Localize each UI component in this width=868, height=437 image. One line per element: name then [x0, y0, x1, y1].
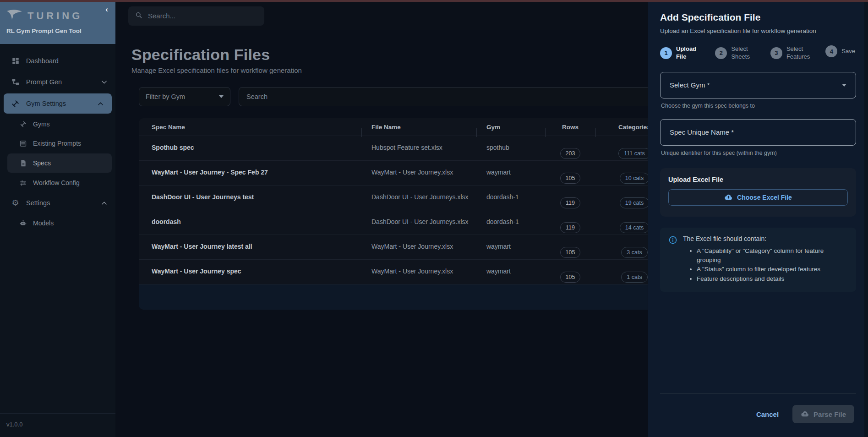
cell-spec-name: WayMart - User Journey latest all — [139, 235, 361, 259]
sidebar-item-label: Settings — [26, 199, 50, 207]
rows-badge: 105 — [560, 272, 581, 283]
sidebar-item-gyms[interactable]: Gyms — [0, 115, 115, 134]
step-number: 2 — [715, 47, 727, 59]
sidebar-nav: Dashboard Prompt Gen Gym Settings — [0, 44, 115, 233]
sidebar-header: ‹ TURING RL Gym Prompt Gen Tool — [0, 0, 115, 44]
sidebar-item-label: Prompt Gen — [26, 78, 62, 86]
step-label: Save — [841, 48, 855, 55]
sidebar-item-label: Gym Settings — [26, 100, 66, 107]
dumbbell-icon — [11, 99, 20, 108]
chevron-up-icon — [98, 102, 104, 106]
panel-title: Add Specification File — [660, 12, 856, 23]
categories-badge: 3 cats — [621, 247, 647, 258]
top-accent-strip — [0, 0, 868, 2]
step-label: Select Sheets — [731, 45, 759, 61]
sidebar-item-workflow-config[interactable]: Workflow Config — [0, 173, 115, 192]
parse-file-button[interactable]: Parse File — [792, 405, 854, 423]
chevron-down-icon — [842, 84, 846, 87]
categories-badge: 14 cats — [620, 222, 649, 233]
info-bullet: A "Status" column to filter developed fe… — [697, 265, 848, 274]
chevron-up-icon — [101, 201, 107, 205]
categories-badge: 1 cats — [621, 272, 647, 283]
sidebar-item-gym-settings[interactable]: Gym Settings — [4, 93, 112, 114]
step-number: 1 — [660, 47, 672, 59]
filter-by-gym-select[interactable]: Filter by Gym — [139, 87, 230, 106]
turing-swoosh-icon — [6, 9, 23, 23]
cell-spec-name: WayMart - User Journey - Spec Feb 27 — [139, 161, 361, 185]
global-search-input[interactable] — [148, 12, 258, 20]
cell-file-name: Hubspot Feature set.xlsx — [361, 136, 476, 160]
categories-badge: 111 cats — [618, 148, 650, 159]
rows-badge: 105 — [560, 173, 581, 184]
sidebar-item-existing-prompts[interactable]: Existing Prompts — [0, 134, 115, 153]
rows-badge: 119 — [560, 222, 580, 233]
add-specification-panel: Add Specification File Upload an Excel s… — [648, 2, 868, 437]
spec-unique-name-input[interactable] — [663, 128, 853, 136]
cloud-upload-icon — [724, 193, 733, 202]
upload-card: Upload Excel File Choose Excel File — [660, 168, 856, 217]
cell-gym: spothub — [476, 136, 545, 160]
search-icon — [135, 11, 143, 21]
step-select-sheets: 2 Select Sheets — [715, 45, 759, 61]
spec-unique-name-field[interactable] — [660, 119, 856, 146]
scrollbar-track[interactable] — [864, 2, 868, 437]
choose-excel-file-label: Choose Excel File — [737, 194, 792, 201]
header-file-name: File Name — [361, 124, 476, 131]
step-upload-file: 1 Upload File — [660, 45, 704, 61]
logo: TURING — [6, 9, 109, 23]
step-save: 4 Save — [825, 45, 855, 57]
cell-spec-name: doordash — [139, 210, 361, 235]
app-version: v1.0.0 — [0, 413, 115, 437]
sidebar-item-label: Models — [33, 219, 54, 227]
dumbbell-icon — [19, 120, 27, 128]
document-icon — [19, 159, 27, 167]
cancel-button[interactable]: Cancel — [756, 410, 779, 418]
info-title: The Excel file should contain: — [683, 235, 848, 242]
categories-badge: 10 cats — [620, 173, 649, 184]
select-gym-dropdown[interactable]: Select Gym * — [660, 72, 856, 98]
choose-excel-file-button[interactable]: Choose Excel File — [668, 189, 848, 206]
cell-gym: waymart — [476, 161, 545, 185]
sidebar-item-prompt-gen[interactable]: Prompt Gen — [0, 71, 115, 93]
chevron-down-icon — [219, 95, 224, 98]
chevron-down-icon — [101, 80, 107, 84]
logo-wordmark: TURING — [27, 10, 82, 22]
header-rows: Rows — [545, 124, 595, 131]
sidebar-item-dashboard[interactable]: Dashboard — [0, 50, 115, 71]
cell-gym: waymart — [476, 235, 545, 259]
sidebar-collapse-button[interactable]: ‹ — [103, 4, 111, 15]
info-bullet: A "Capability" or "Category" column for … — [697, 246, 848, 265]
cell-gym: waymart — [476, 260, 545, 284]
sidebar-item-label: Workflow Config — [33, 179, 80, 186]
categories-badge: 19 cats — [620, 197, 649, 208]
robot-icon — [19, 219, 27, 227]
app-window: ‹ TURING RL Gym Prompt Gen Tool Dashboar… — [0, 0, 868, 437]
panel-footer: Cancel Parse File — [660, 394, 856, 437]
cloud-upload-icon — [801, 410, 809, 418]
step-label: Upload File — [676, 45, 704, 61]
info-icon — [668, 235, 677, 284]
step-label: Select Features — [786, 45, 815, 61]
step-number: 3 — [770, 47, 782, 59]
cell-spec-name: WayMart - User Journey spec — [139, 260, 361, 284]
cell-spec-name: DashDoor UI - User Journeys test — [139, 186, 361, 210]
rows-badge: 119 — [560, 197, 580, 208]
cell-gym: doordash-1 — [476, 186, 545, 210]
global-search[interactable] — [128, 6, 264, 26]
cell-gym: doordash-1 — [476, 210, 545, 235]
flow-icon — [11, 78, 20, 87]
sidebar: ‹ TURING RL Gym Prompt Gen Tool Dashboar… — [0, 0, 115, 437]
step-number: 4 — [825, 45, 837, 57]
sidebar-item-specs[interactable]: Specs — [7, 153, 112, 173]
spec-unique-name-helper: Unique identifier for this spec (within … — [661, 150, 856, 156]
select-gym-label: Select Gym * — [670, 81, 710, 89]
excel-info-box: The Excel file should contain: A "Capabi… — [660, 228, 856, 292]
rows-badge: 203 — [560, 148, 581, 159]
gear-icon: ⚙ — [11, 199, 20, 208]
select-gym-helper: Choose the gym this spec belongs to — [661, 103, 856, 109]
info-bullet: Feature descriptions and details — [697, 274, 848, 284]
sidebar-item-settings[interactable]: ⚙ Settings — [0, 192, 115, 213]
sidebar-item-models[interactable]: Models — [0, 213, 115, 233]
list-icon — [19, 140, 27, 147]
header-gym: Gym — [476, 124, 545, 131]
